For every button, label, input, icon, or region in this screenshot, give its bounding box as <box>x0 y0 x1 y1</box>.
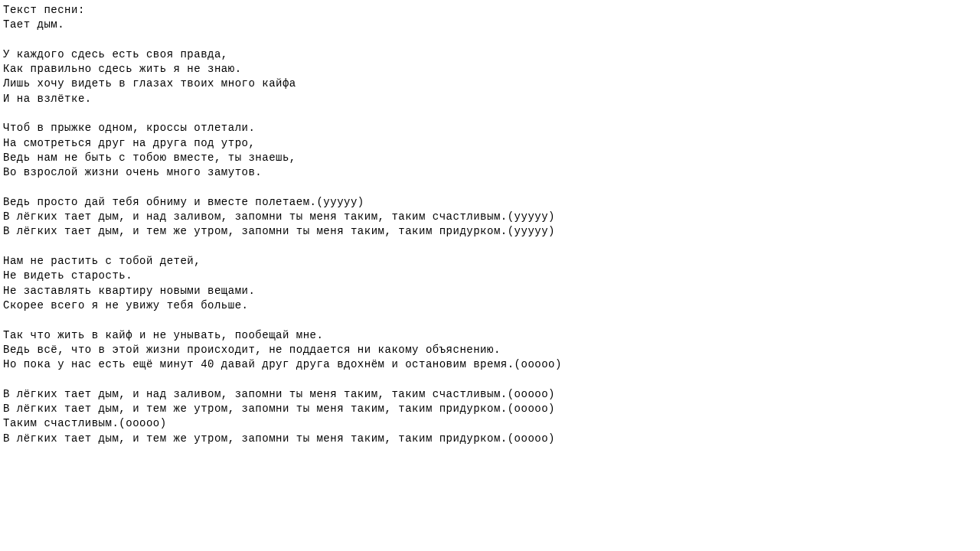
stanza-6-line-2: В лёгких тает дым, и тем же утром, запом… <box>3 403 555 415</box>
stanza-5-line-2: Ведь всё, что в этой жизни происходит, н… <box>3 344 501 356</box>
song-title: Тает дым. <box>3 18 64 31</box>
stanza-4-line-3: Не заставлять квартиру новыми вещами. <box>3 285 255 297</box>
lyrics-header: Текст песни: <box>3 4 85 16</box>
stanza-4-line-2: Не видеть старость. <box>3 269 132 282</box>
stanza-2-line-1: Чтоб в прыжке одном, кроссы отлетали. <box>3 122 255 134</box>
stanza-6-line-4: В лёгких тает дым, и тем же утром, запом… <box>3 432 555 445</box>
stanza-6-line-3: Таким счастливым.(ооооо) <box>3 417 167 429</box>
stanza-6-line-1: В лёгких тает дым, и над заливом, запомн… <box>3 388 555 400</box>
lyrics-text: Текст песни: Тает дым. У каждого сдесь е… <box>3 3 977 446</box>
stanza-5-line-1: Так что жить в кайф и не унывать, пообещ… <box>3 329 323 341</box>
stanza-1-line-3: Лишь хочу видеть в глазах твоих много ка… <box>3 77 296 90</box>
stanza-4-line-1: Нам не растить с тобой детей, <box>3 255 201 267</box>
stanza-1-line-4: И на взлётке. <box>3 93 92 105</box>
stanza-2-line-4: Во взрослой жизни очень много замутов. <box>3 166 262 178</box>
stanza-4-line-4: Скорее всего я не увижу тебя больше. <box>3 299 248 311</box>
stanza-1-line-2: Как правильно сдесь жить я не знаю. <box>3 63 242 75</box>
stanza-3-line-1: Ведь просто дай тебя обниму и вместе пол… <box>3 196 364 208</box>
stanza-2-line-3: Ведь нам не быть с тобою вместе, ты знае… <box>3 152 296 164</box>
stanza-3-line-2: В лёгких тает дым, и над заливом, запомн… <box>3 210 555 223</box>
stanza-2-line-2: На смотреться друг на друга под утро, <box>3 137 255 149</box>
stanza-1-line-1: У каждого сдесь есть своя правда, <box>3 48 228 60</box>
stanza-3-line-3: В лёгких тает дым, и тем же утром, запом… <box>3 225 555 237</box>
stanza-5-line-3: Но пока у нас есть ещё минут 40 давай др… <box>3 358 562 370</box>
